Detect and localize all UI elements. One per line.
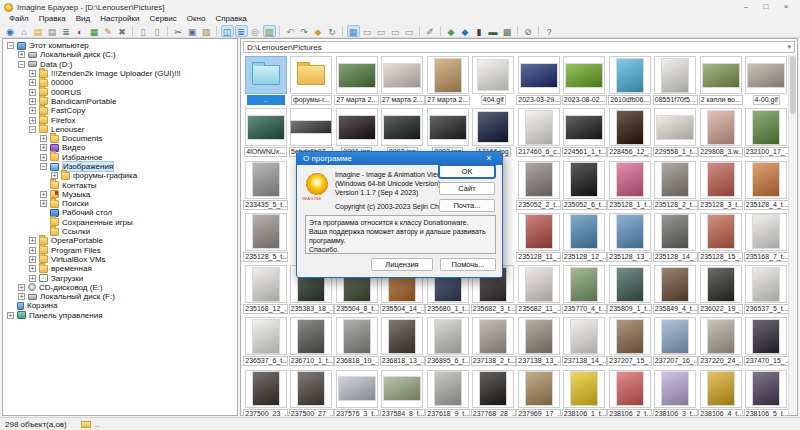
thumbnail-box[interactable] [290, 56, 332, 94]
settings-button[interactable]: ✐ [424, 25, 437, 37]
thumbnail-box[interactable] [745, 161, 787, 199]
view-image-button[interactable]: ◉ [4, 25, 17, 37]
help-button[interactable]: Помочь... [440, 258, 496, 271]
open-folder-button[interactable]: ▤ [32, 25, 45, 37]
tools-convert-button[interactable]: ◆ [445, 25, 458, 37]
grid-cell[interactable]: 235052_6_t... [562, 159, 608, 211]
chevron-down-icon[interactable]: ▾ [787, 43, 791, 51]
grid-cell[interactable]: 237207_15_... [607, 315, 653, 367]
grid-cell[interactable]: 2023-03-29... [516, 54, 562, 106]
grid-cell[interactable]: 404.gif [471, 54, 517, 106]
expand-icon[interactable]: + [40, 135, 47, 142]
menu-item-5[interactable]: Окно [182, 14, 211, 24]
thumbnail-box[interactable] [654, 317, 696, 355]
thumbnail-box[interactable] [700, 317, 742, 355]
grid-cell[interactable]: 238106_2_t... [607, 368, 653, 416]
tree-item-10[interactable]: +Documents [3, 134, 237, 143]
thumbnail-box[interactable] [609, 317, 651, 355]
thumbnail-box[interactable] [745, 108, 787, 146]
site-button[interactable]: Сайт [439, 182, 495, 195]
thumbnail-box[interactable] [745, 317, 787, 355]
grid-cell[interactable]: 232100_17_... [744, 106, 790, 158]
thumbnail-box[interactable] [245, 265, 287, 303]
expand-icon[interactable]: + [29, 79, 36, 86]
thumbnail-box[interactable] [427, 56, 469, 94]
thumbnail-box[interactable] [518, 213, 560, 251]
thumbnail-box[interactable] [245, 317, 287, 355]
collapse-icon[interactable]: − [18, 61, 25, 68]
grid-cell[interactable]: 4-00.gif [744, 54, 790, 106]
thumbnail-box[interactable] [563, 161, 605, 199]
convert-button[interactable]: ◆ [312, 25, 325, 37]
thumbnail-box[interactable] [745, 370, 787, 408]
grid-cell[interactable]: 27 марта 2... [380, 54, 426, 106]
thumbnail-box[interactable] [472, 317, 514, 355]
collapse-icon[interactable]: − [29, 126, 36, 133]
grid-cell[interactable]: 235128_4_t... [744, 159, 790, 211]
preview-pane-button[interactable]: ◎ [249, 25, 262, 37]
thumbnail-box[interactable] [245, 108, 287, 146]
grid-cell[interactable]: 235168_12_... [243, 263, 289, 315]
thumbnail-box[interactable] [518, 265, 560, 303]
menu-item-3[interactable]: Настройки [95, 14, 144, 24]
thumbnail-box[interactable] [381, 108, 423, 146]
thumbnail-box[interactable] [654, 265, 696, 303]
thumbnail-box[interactable] [245, 161, 287, 199]
expand-icon[interactable]: + [29, 237, 36, 244]
grid-cell[interactable]: 235770_4_t... [562, 263, 608, 315]
grid-cell[interactable]: 237220_24_... [698, 315, 744, 367]
grid-cell[interactable]: 235128_2_t... [653, 159, 699, 211]
thumbnail-box[interactable] [745, 56, 787, 94]
grid-cell[interactable]: 238106_5_t... [744, 368, 790, 416]
grid-cell[interactable]: 235682_11_... [516, 263, 562, 315]
thumbnail-box[interactable] [245, 370, 287, 408]
expand-icon[interactable]: + [29, 275, 36, 282]
tools-batch-button[interactable]: ◆ [459, 25, 472, 37]
grid-cell[interactable]: 236818_13_... [380, 315, 426, 367]
tree-item-25[interactable]: +Загрузки [3, 273, 237, 282]
thumbnail-box[interactable] [381, 56, 423, 94]
grid-cell[interactable]: 217460_6_c... [516, 106, 562, 158]
collapse-icon[interactable]: − [40, 163, 47, 170]
tree-item-15[interactable]: Контакты [3, 180, 237, 189]
layout-4-button[interactable]: ▭ [389, 25, 402, 37]
grid-cell[interactable]: 236895_6_t... [425, 315, 471, 367]
grid-cell[interactable]: 238106_1_t... [562, 368, 608, 416]
browse-button[interactable]: ⌂ [18, 25, 31, 37]
grid-cell[interactable]: 236022_19_... [698, 263, 744, 315]
copy-button[interactable]: ▣ [186, 25, 199, 37]
thumbnail-box[interactable] [745, 265, 787, 303]
thumbnail-box[interactable] [427, 317, 469, 355]
tree-item-0[interactable]: −Этот компьютер [3, 41, 237, 50]
tree-item-14[interactable]: +форумы-графика [3, 171, 237, 180]
thumbnail-box[interactable] [336, 108, 378, 146]
new-folder-button[interactable]: ▯ [151, 25, 164, 37]
tree-item-13[interactable]: −Изображения [3, 162, 237, 171]
rename-button[interactable]: ▯ [137, 25, 150, 37]
thumbnail-box[interactable] [563, 56, 605, 94]
layout-5-button[interactable]: ▭ [403, 25, 416, 37]
filter-images-button[interactable]: ▧ [263, 25, 276, 37]
thumbnail-box[interactable] [563, 370, 605, 408]
rotate-left-button[interactable]: ↶ [284, 25, 297, 37]
thumbnail-box[interactable] [245, 213, 287, 251]
expand-icon[interactable]: + [29, 70, 36, 77]
thumbnail-box[interactable] [381, 317, 423, 355]
grid-cell[interactable]: 235128_15_... [698, 211, 744, 263]
tree-item-17[interactable]: +Поиски [3, 199, 237, 208]
list-view-button[interactable]: ≣ [235, 25, 248, 37]
expand-icon[interactable]: + [29, 89, 36, 96]
grid-cell[interactable]: 237138_13_... [516, 315, 562, 367]
thumbnail-view-button[interactable]: ◫ [221, 25, 234, 37]
tree-item-11[interactable]: +Видео [3, 143, 237, 152]
tree-item-9[interactable]: −Lenouser [3, 125, 237, 134]
menu-item-2[interactable]: Вид [71, 14, 95, 24]
ok-button[interactable]: OK [439, 165, 495, 178]
expand-icon[interactable]: + [18, 51, 25, 58]
thumbnail-box[interactable] [654, 161, 696, 199]
paste-button[interactable]: ▨ [200, 25, 213, 37]
grid-cell[interactable]: 235128_1_t... [607, 159, 653, 211]
info-button[interactable]: ◐ [74, 25, 87, 37]
expand-icon[interactable]: + [29, 98, 36, 105]
grid-cell[interactable]: 229558_1_t... [653, 106, 699, 158]
